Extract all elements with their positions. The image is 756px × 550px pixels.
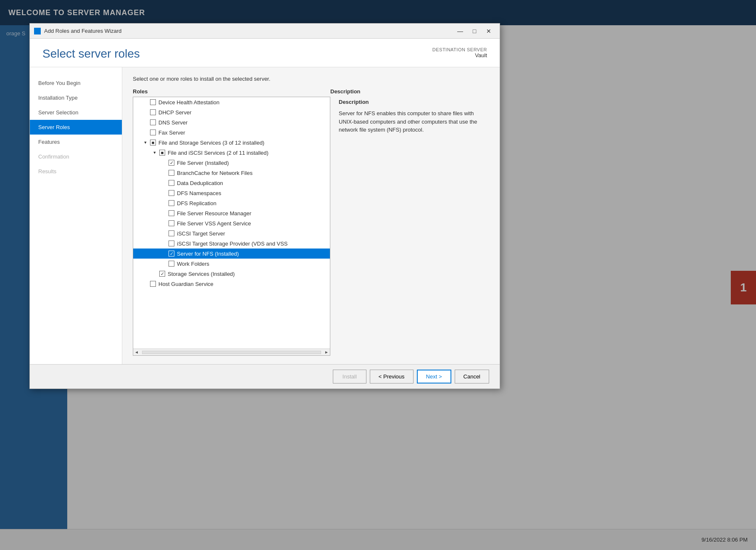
cancel-button[interactable]: Cancel	[455, 370, 489, 383]
checkbox-file-res-mgr[interactable]	[169, 210, 174, 216]
role-item-file-vss[interactable]: File Server VSS Agent Service	[133, 218, 330, 228]
page-header: Select server roles DESTINATION SERVER V…	[30, 39, 500, 67]
role-item-nfs-server[interactable]: ✓ Server for NFS (Installed)	[133, 249, 330, 259]
wizard-navigation: Before You Begin Installation Type Serve…	[30, 67, 122, 364]
roles-listbox[interactable]: Device Health Attestation DHCP Server	[133, 97, 330, 356]
dialog-body: Select server roles DESTINATION SERVER V…	[30, 39, 500, 364]
scroll-right-arrow[interactable]: ►	[323, 349, 330, 356]
checkbox-dns[interactable]	[150, 119, 156, 125]
tree-toggle-dfs-ns	[161, 190, 167, 196]
dialog-main-area: Before You Begin Installation Type Serve…	[30, 67, 500, 364]
role-label-file-iscsi: File and iSCSI Services (2 of 11 install…	[168, 150, 269, 156]
role-item-iscsi-provider[interactable]: iSCSI Target Storage Provider (VDS and V…	[133, 238, 330, 249]
role-label-device-health: Device Health Attestation	[158, 99, 219, 106]
role-label-dhcp: DHCP Server	[158, 109, 192, 116]
checkbox-file-storage[interactable]: ■	[150, 140, 156, 145]
checkbox-dfs-rep[interactable]	[169, 200, 174, 206]
role-label-host-guardian: Host Guardian Service	[158, 281, 213, 287]
role-item-device-health[interactable]: Device Health Attestation	[133, 97, 330, 107]
checkbox-nfs[interactable]: ✓	[169, 251, 174, 256]
tree-toggle-dns	[142, 119, 148, 125]
role-label-dfs-rep: DFS Replication	[177, 200, 216, 206]
checkbox-file-vss[interactable]	[169, 220, 174, 226]
destination-server-info: DESTINATION SERVER Vault	[432, 47, 487, 58]
dialog-titlebar: Add Roles and Features Wizard — □ ✕	[30, 24, 500, 39]
wizard-content-area: Select one or more roles to install on t…	[122, 67, 500, 364]
role-item-work-folders[interactable]: Work Folders	[133, 259, 330, 269]
install-button[interactable]: Install	[333, 370, 366, 383]
role-label-nfs: Server for NFS (Installed)	[177, 251, 239, 257]
tree-toggle-file-server	[161, 160, 167, 166]
role-item-dhcp-server[interactable]: DHCP Server	[133, 107, 330, 117]
nav-item-installation-type[interactable]: Installation Type	[30, 90, 122, 105]
scroll-track[interactable]	[142, 351, 321, 354]
checkbox-file-iscsi[interactable]: ■	[159, 150, 165, 156]
role-label-file-res-mgr: File Server Resource Manager	[177, 210, 251, 217]
next-button[interactable]: Next >	[417, 370, 451, 383]
checkbox-device-health[interactable]	[150, 99, 156, 105]
tree-toggle-data-dedup	[161, 180, 167, 186]
previous-button[interactable]: < Previous	[370, 370, 414, 383]
roles-column-header: Roles	[133, 88, 330, 95]
maximize-button[interactable]: □	[468, 25, 481, 37]
nav-item-features[interactable]: Features	[30, 135, 122, 149]
role-item-iscsi-target[interactable]: iSCSI Target Server	[133, 228, 330, 238]
nav-item-server-roles[interactable]: Server Roles	[30, 120, 122, 135]
role-item-file-iscsi[interactable]: ▼ ■ File and iSCSI Services (2 of 11 ins…	[133, 148, 330, 158]
horizontal-scrollbar[interactable]: ◄ ►	[133, 349, 330, 355]
nav-item-server-selection[interactable]: Server Selection	[30, 105, 122, 120]
role-label-data-dedup: Data Deduplication	[177, 180, 223, 186]
tree-toggle-fax	[142, 130, 148, 135]
tree-toggle-file-vss	[161, 220, 167, 226]
role-item-data-dedup[interactable]: Data Deduplication	[133, 178, 330, 188]
tree-toggle-file-storage[interactable]: ▼	[142, 140, 148, 145]
description-column-header: Description	[330, 88, 361, 95]
close-button[interactable]: ✕	[482, 25, 495, 37]
checkbox-fax[interactable]	[150, 130, 156, 135]
checkbox-dhcp[interactable]	[150, 109, 156, 115]
tree-toggle-iscsi-target	[161, 230, 167, 236]
checkbox-dfs-ns[interactable]	[169, 190, 174, 196]
roles-scroll-area[interactable]: Device Health Attestation DHCP Server	[133, 97, 330, 349]
role-label-fax: Fax Server	[158, 130, 185, 136]
role-label-iscsi-prov: iSCSI Target Storage Provider (VDS and V…	[177, 241, 288, 247]
tree-toggle-nfs	[161, 251, 167, 256]
checkbox-host-guardian[interactable]	[150, 281, 156, 287]
role-item-host-guardian[interactable]: Host Guardian Service	[133, 279, 330, 289]
tree-toggle-device-health	[142, 99, 148, 105]
role-label-work-folders: Work Folders	[177, 261, 209, 267]
role-item-file-resource-mgr[interactable]: File Server Resource Manager	[133, 208, 330, 218]
role-label-dfs-ns: DFS Namespaces	[177, 190, 221, 196]
checkbox-work-folders[interactable]	[169, 261, 174, 267]
description-panel: Description Server for NFS enables this …	[339, 97, 489, 356]
role-label-storage-svc: Storage Services (Installed)	[168, 271, 235, 277]
role-label-iscsi-target: iSCSI Target Server	[177, 230, 225, 237]
checkbox-storage-svc[interactable]: ✓	[159, 271, 165, 277]
tree-toggle-file-iscsi[interactable]: ▼	[152, 150, 158, 156]
role-item-dfs-replication[interactable]: DFS Replication	[133, 198, 330, 208]
role-item-file-storage[interactable]: ▼ ■ File and Storage Services (3 of 12 i…	[133, 138, 330, 148]
checkbox-iscsi-target[interactable]	[169, 230, 174, 236]
role-item-branchcache[interactable]: BranchCache for Network Files	[133, 168, 330, 178]
wizard-intro-text: Select one or more roles to install on t…	[133, 76, 489, 82]
minimize-button[interactable]: —	[453, 25, 467, 37]
nav-item-before-you-begin[interactable]: Before You Begin	[30, 76, 122, 90]
role-item-dns-server[interactable]: DNS Server	[133, 117, 330, 127]
scroll-left-arrow[interactable]: ◄	[133, 349, 140, 356]
checkbox-iscsi-prov[interactable]	[169, 241, 174, 246]
destination-name: Vault	[432, 52, 487, 58]
checkbox-data-dedup[interactable]	[169, 180, 174, 186]
checkbox-file-server[interactable]: ✓	[169, 160, 174, 166]
role-item-fax-server[interactable]: Fax Server	[133, 127, 330, 138]
role-item-storage-services[interactable]: ✓ Storage Services (Installed)	[133, 269, 330, 279]
role-label-branchcache: BranchCache for Network Files	[177, 170, 253, 176]
tree-toggle-iscsi-prov	[161, 241, 167, 246]
window-controls: — □ ✕	[453, 25, 495, 37]
dialog-title: Add Roles and Features Wizard	[44, 28, 453, 34]
role-item-file-server[interactable]: ✓ File Server (Installed)	[133, 158, 330, 168]
tree-toggle-dfs-rep	[161, 200, 167, 206]
role-label-file-vss: File Server VSS Agent Service	[177, 220, 251, 227]
checkbox-branchcache[interactable]	[169, 170, 174, 176]
role-item-dfs-namespaces[interactable]: DFS Namespaces	[133, 188, 330, 198]
add-roles-wizard-dialog: Add Roles and Features Wizard — □ ✕ Sele…	[29, 23, 500, 389]
